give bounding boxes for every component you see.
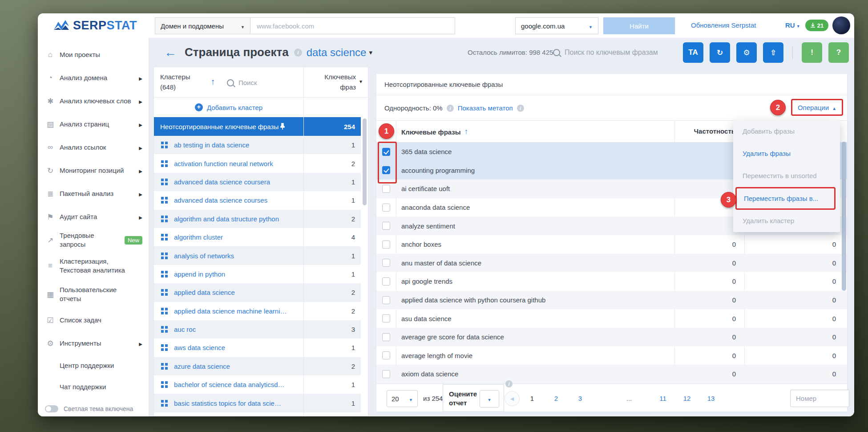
info-icon[interactable] [447, 105, 454, 112]
frequency-column-header[interactable]: Частотность [674, 127, 735, 135]
user-avatar[interactable] [832, 16, 850, 34]
row-checkbox[interactable] [382, 296, 390, 304]
menu-item[interactable]: Добавить фразы [733, 120, 840, 142]
sidebar-item-support-center[interactable]: Центр поддержки [38, 355, 149, 376]
search-submit-button[interactable]: Найти [603, 17, 675, 34]
row-checkbox[interactable] [382, 314, 390, 322]
cluster-row[interactable]: bachelor of science data analyticsd… 1 [154, 375, 361, 394]
cluster-row[interactable]: append in python 1 [154, 265, 361, 283]
cluster-row[interactable]: azure data science 2 [154, 357, 361, 375]
sidebar-item-page-analysis[interactable]: ▤ Анализ страниц [38, 113, 149, 136]
clusters-sort-button[interactable]: ↑ [211, 77, 215, 87]
page-number-input[interactable] [790, 390, 849, 407]
theme-toggle[interactable] [45, 405, 58, 412]
language-select[interactable]: RU [785, 21, 800, 29]
feedback-button[interactable]: ! [802, 42, 822, 63]
menu-item[interactable]: Переместить фразы в... [735, 187, 836, 209]
cluster-row[interactable]: auc roc 3 [154, 320, 361, 338]
cluster-row[interactable]: ab testing in data science 1 [154, 136, 361, 154]
domain-search-input[interactable] [250, 17, 455, 34]
updates-link[interactable]: Обновления Serpstat [691, 21, 756, 29]
keywords-scrollbar[interactable] [842, 142, 846, 291]
clusters-scrollbar[interactable] [363, 118, 367, 205]
sidebar: ⌂ Мои проекты ◔ Анализ домена ✱ Анализ к… [38, 38, 149, 416]
sidebar-item-tools[interactable]: ⚙ Инструменты [38, 332, 149, 355]
chevron-down-icon [409, 395, 413, 403]
sidebar-item-batch-analysis[interactable]: ≣ Пакетный анализ [38, 182, 149, 205]
sidebar-item-my-projects[interactable]: ⌂ Мои проекты [38, 43, 149, 66]
page-link[interactable]: 3 [576, 395, 585, 402]
row-checkbox[interactable] [382, 370, 390, 378]
info-icon[interactable] [517, 105, 524, 112]
cluster-row[interactable]: activation function neural network 2 [154, 154, 361, 172]
cluster-row[interactable]: advanced data science coursera 1 [154, 173, 361, 191]
sidebar-item-clustering[interactable]: ≡ Кластеризация, Текстовая аналитика [38, 252, 149, 280]
menu-item[interactable]: Удалить фразы [733, 142, 840, 164]
page-link[interactable]: 1 [528, 395, 537, 402]
row-checkbox[interactable] [382, 259, 390, 267]
clusters-keywords-column-header[interactable]: Ключевыхфраз [308, 72, 356, 92]
show-metatop-link[interactable]: Показать метатоп [458, 104, 513, 112]
cluster-row[interactable]: applied data science machine learni… 2 [154, 302, 361, 320]
sidebar-item-rank-monitoring[interactable]: ↻ Мониторинг позиций [38, 159, 149, 182]
row-checkbox[interactable] [382, 351, 390, 359]
menu-item[interactable]: Удалить кластер [733, 210, 840, 232]
page-link[interactable]: 13 [707, 395, 715, 402]
page-link[interactable]: ... [625, 395, 634, 402]
row-checkbox[interactable] [382, 222, 390, 230]
settings-button[interactable]: ⚙ [736, 42, 757, 63]
row-checkbox[interactable] [382, 240, 390, 249]
page-link[interactable]: 12 [682, 395, 691, 402]
operations-button[interactable]: Операции [791, 99, 843, 116]
help-button[interactable]: ? [828, 42, 849, 63]
info-icon[interactable] [294, 49, 302, 57]
sidebar-item-site-audit[interactable]: ⚑ Аудит сайта [38, 205, 149, 228]
export-button[interactable]: ⇧ [763, 42, 783, 63]
back-button[interactable]: ← [164, 46, 177, 59]
clusters-panel: Кластеры(648) ↑ Поиск Ключевыхфраз Добав… [153, 67, 368, 416]
cluster-row[interactable]: applied data science 2 [154, 283, 361, 302]
cluster-row[interactable]: advanced data science courses 1 [154, 191, 361, 209]
add-cluster-button[interactable]: Добавить кластер [154, 98, 303, 117]
cluster-grid-icon [161, 271, 168, 277]
row-checkbox[interactable] [382, 166, 390, 174]
sidebar-item-custom-reports[interactable]: ▦ Пользовательские отчеты [38, 280, 149, 309]
sidebar-item-keyword-analysis[interactable]: ✱ Анализ ключевых слов [38, 90, 149, 113]
keyword-search[interactable]: Поиск по ключевым фразам [553, 49, 658, 57]
text-analytics-button[interactable]: TA [683, 42, 703, 63]
serpstat-logo[interactable]: SERPSTAT [53, 19, 137, 33]
row-checkbox[interactable] [382, 185, 390, 193]
sidebar-item-link-analysis[interactable]: ∞ Анализ ссылок [38, 136, 149, 159]
search-engine-select[interactable]: google.com.ua [515, 17, 598, 34]
sidebar-item-task-list[interactable]: ☑ Список задач [38, 309, 149, 332]
phrases-column-header[interactable]: Ключевые фразы [401, 128, 461, 136]
project-name-dropdown[interactable]: data science [307, 46, 367, 59]
sort-ascending-icon[interactable]: ↑ [464, 127, 468, 136]
sidebar-item-trending-queries[interactable]: ↗ Трендовые запросы New [38, 228, 149, 252]
downloads-badge[interactable]: 21 [805, 20, 828, 31]
row-checkbox[interactable] [382, 148, 390, 156]
page-size-select[interactable]: 20 [387, 390, 418, 407]
page-link[interactable]: 11 [658, 395, 667, 402]
menu-item[interactable]: Переместить в unsorted [733, 165, 840, 187]
row-checkbox[interactable] [382, 277, 390, 285]
clusters-search-input[interactable]: Поиск [227, 79, 257, 86]
cluster-row[interactable]: analysis of networks 1 [154, 246, 361, 265]
page-title: Страница проекта [185, 45, 289, 59]
cluster-row-unsorted-selected[interactable]: Неотсортированные ключевые фразы 254 [154, 117, 361, 136]
search-type-select[interactable]: Домен и поддомены [155, 17, 250, 34]
cluster-row[interactable]: algorithm and data structure python 2 [154, 210, 361, 228]
page-link[interactable]: 2 [552, 395, 561, 402]
previous-page-button[interactable] [505, 391, 520, 406]
sidebar-item-domain-analysis[interactable]: ◔ Анализ домена [38, 66, 149, 90]
row-checkbox[interactable] [382, 333, 390, 341]
row-checkbox[interactable] [382, 204, 390, 212]
rate-report-select[interactable] [480, 390, 499, 408]
cluster-row[interactable]: aws data science 1 [154, 338, 361, 357]
info-icon[interactable] [505, 380, 513, 387]
chevron-right-icon [139, 120, 142, 128]
refresh-button[interactable]: ↻ [710, 42, 730, 63]
cluster-row[interactable]: basic statistics topics for data scie… 1 [154, 394, 361, 412]
sidebar-item-support-chat[interactable]: Чат поддержки [38, 376, 149, 398]
cluster-row[interactable]: algorithm cluster 4 [154, 228, 361, 246]
